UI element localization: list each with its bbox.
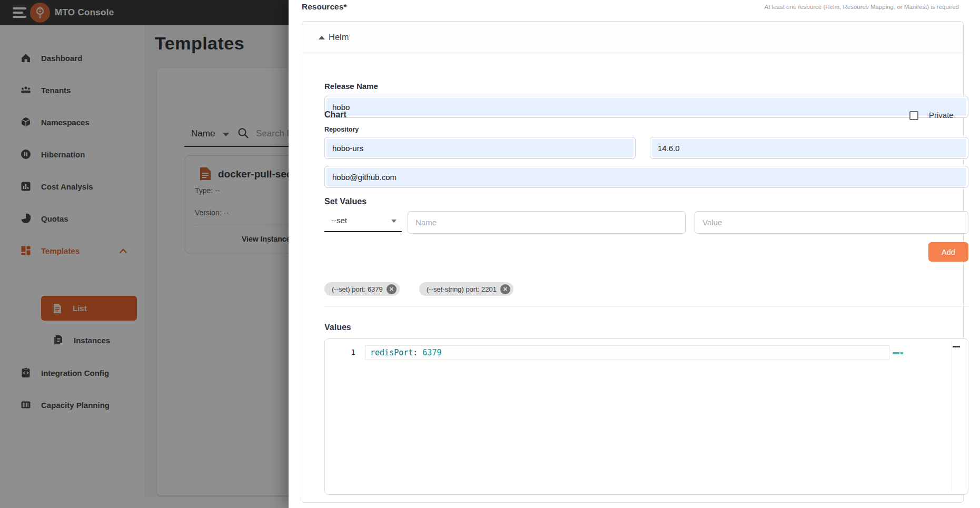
values-code-editor[interactable]: 1 redisPort: 6379 [324, 338, 968, 495]
select-underline [324, 231, 402, 232]
overview-cursor-marker [953, 346, 960, 347]
set-values-section-label: Set Values [324, 197, 367, 206]
helm-accordion-title: Helm [329, 32, 349, 42]
chevron-down-icon [391, 220, 397, 223]
editor-active-line [365, 345, 889, 360]
set-value-chip: (--set) port: 6379 × [324, 282, 400, 296]
set-value-input[interactable] [695, 211, 968, 234]
template-edit-drawer: Resources* At least one resource (Helm, … [289, 0, 980, 508]
set-flag-select[interactable]: --set [324, 211, 402, 232]
repository-email-input[interactable] [324, 166, 968, 188]
chart-section-label: Chart [324, 110, 347, 119]
yaml-separator: : [413, 348, 418, 357]
chip-close-icon[interactable]: × [500, 284, 510, 294]
release-name-input[interactable] [324, 96, 968, 118]
helm-accordion: Helm Release Name Chart Private Reposito… [302, 21, 964, 503]
collapse-arrow-icon [319, 36, 325, 39]
chip-text: (--set) port: 6379 [332, 285, 383, 293]
helm-accordion-header[interactable]: Helm [302, 22, 963, 53]
yaml-key: redisPort [370, 348, 413, 357]
line-number: 1 [325, 348, 355, 356]
editor-gutter: 1 [325, 339, 365, 494]
private-checkbox[interactable] [909, 111, 918, 120]
set-flag-selected-value: --set [331, 216, 347, 225]
chart-version-input[interactable] [650, 137, 968, 159]
release-name-label: Release Name [324, 82, 378, 91]
code-line[interactable]: redisPort: 6379 [370, 348, 441, 357]
resources-hint-text: At least one resource (Helm, Resource Ma… [765, 4, 959, 10]
yaml-value: 6379 [418, 348, 441, 357]
editor-minimap [893, 347, 904, 356]
chip-text: (--set-string) port: 2201 [427, 285, 497, 293]
chip-close-icon[interactable]: × [387, 284, 397, 294]
set-value-chip: (--set-string) port: 2201 × [419, 282, 513, 296]
values-section-label: Values [324, 323, 351, 332]
repository-label: Repository [324, 126, 359, 133]
repository-name-input[interactable] [324, 137, 636, 159]
set-name-input[interactable] [408, 211, 686, 234]
add-set-value-button[interactable]: Add [928, 242, 968, 262]
minimap-separator [952, 341, 952, 490]
private-checkbox-label: Private [929, 111, 954, 119]
section-divider [324, 306, 968, 307]
resources-section-label: Resources* [302, 2, 347, 12]
